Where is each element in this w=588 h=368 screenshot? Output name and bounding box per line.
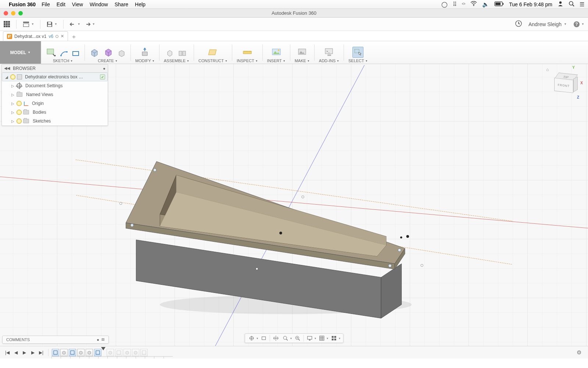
timeline-start-button[interactable]: |◀ bbox=[4, 349, 11, 356]
file-menu-button[interactable]: ▼ bbox=[22, 21, 34, 28]
timeline-end-button[interactable]: ▶| bbox=[37, 349, 45, 356]
timeline-feature-suppressed[interactable] bbox=[107, 349, 114, 356]
fit-button[interactable] bbox=[293, 334, 302, 342]
help-menu-button[interactable]: ?▼ bbox=[573, 21, 584, 28]
pan-button[interactable] bbox=[272, 334, 280, 342]
expand-arrow-icon[interactable]: ▷ bbox=[11, 93, 15, 97]
timeline-feature-sketch[interactable] bbox=[94, 349, 101, 356]
timeline-feature-suppressed[interactable] bbox=[123, 349, 131, 356]
line-tool-button[interactable] bbox=[60, 49, 68, 58]
menu-share[interactable]: Share bbox=[115, 1, 128, 7]
timeline-feature-suppressed[interactable] bbox=[115, 349, 122, 356]
expand-arrow-icon[interactable]: ◢ bbox=[4, 75, 9, 79]
rectangle-tool-button[interactable] bbox=[71, 49, 80, 58]
ribbon-label-sketch[interactable]: SKETCH▼ bbox=[53, 59, 73, 64]
document-tab[interactable]: Dehydrat...ox v1 v6 ✕ bbox=[3, 31, 68, 41]
ribbon-label-assemble[interactable]: ASSEMBLE▼ bbox=[164, 59, 189, 64]
select-tool-button[interactable] bbox=[352, 47, 363, 58]
visibility-bulb-icon[interactable] bbox=[17, 118, 22, 124]
browser-root-row[interactable]: ◢ Dehydrator electronics box … ✓ bbox=[2, 72, 108, 81]
undo-button[interactable]: ▼ bbox=[69, 22, 80, 27]
insert-derive-button[interactable] bbox=[271, 47, 282, 58]
timeline-settings-button[interactable]: ⚙ bbox=[577, 349, 581, 356]
viewport-layout-button[interactable] bbox=[329, 334, 338, 342]
menu-help[interactable]: Help bbox=[135, 1, 146, 7]
browser-header[interactable]: ◀◀ BROWSER ● bbox=[2, 64, 108, 72]
timeline-feature-suppressed[interactable] bbox=[140, 349, 148, 356]
bluetooth-icon[interactable]: ⌔ bbox=[462, 1, 465, 7]
expand-arrow-icon[interactable]: ▷ bbox=[11, 102, 15, 106]
joint-button[interactable] bbox=[178, 49, 187, 58]
menu-file[interactable]: File bbox=[42, 1, 50, 7]
app-name[interactable]: Fusion 360 bbox=[9, 1, 36, 7]
ribbon-label-create[interactable]: CREATE▼ bbox=[98, 59, 118, 64]
ribbon-label-construct[interactable]: CONSTRUCT▼ bbox=[198, 59, 227, 64]
ribbon-label-select[interactable]: SELECT▼ bbox=[348, 59, 368, 64]
browser-row-sketches[interactable]: ▷ Sketches bbox=[2, 117, 108, 125]
orbit-button[interactable] bbox=[247, 334, 256, 342]
menu-edit[interactable]: Edit bbox=[57, 1, 65, 7]
viewcube[interactable]: ⌂ TOP FRONT Y X Z bbox=[550, 67, 581, 99]
home-view-icon[interactable]: ⌂ bbox=[546, 67, 549, 72]
revolve-button[interactable] bbox=[117, 49, 126, 58]
save-button[interactable]: ▼ bbox=[46, 21, 57, 28]
timeline-feature-sketch[interactable] bbox=[52, 349, 59, 356]
comments-settings-icon[interactable]: ▤ bbox=[101, 337, 105, 342]
menubar-clock[interactable]: Tue 6 Feb 9:48 pm bbox=[509, 1, 552, 7]
ribbon-label-make[interactable]: MAKE▼ bbox=[295, 59, 310, 64]
timeline-play-button[interactable]: ▶ bbox=[21, 349, 28, 356]
timeline-feature-extrude[interactable] bbox=[86, 349, 93, 356]
offset-plane-button[interactable] bbox=[207, 47, 218, 58]
redo-button[interactable]: ▼ bbox=[84, 22, 95, 27]
box-button[interactable] bbox=[103, 47, 114, 58]
menu-view[interactable]: View bbox=[72, 1, 83, 7]
viewcube-right-face[interactable] bbox=[573, 77, 578, 92]
comments-expand-icon[interactable]: ● bbox=[97, 337, 99, 342]
press-pull-button[interactable] bbox=[139, 47, 150, 58]
extrude-button[interactable] bbox=[89, 47, 100, 58]
display-settings-button[interactable] bbox=[305, 334, 314, 342]
timeline-feature-sketch[interactable] bbox=[69, 349, 76, 356]
timeline-feature-extrude[interactable] bbox=[77, 349, 85, 356]
timeline-feature-extrude[interactable] bbox=[60, 349, 68, 356]
data-panel-button[interactable] bbox=[4, 21, 10, 28]
look-at-button[interactable] bbox=[259, 334, 268, 342]
menu-window[interactable]: Window bbox=[90, 1, 108, 7]
new-component-button[interactable] bbox=[166, 49, 175, 58]
visibility-bulb-icon[interactable] bbox=[10, 74, 15, 79]
close-window-button[interactable] bbox=[4, 11, 8, 15]
new-tab-button[interactable]: ＋ bbox=[71, 33, 77, 41]
browser-row-origin[interactable]: ▷ Origin bbox=[2, 99, 108, 108]
wifi-icon[interactable] bbox=[470, 1, 477, 7]
visibility-bulb-icon[interactable] bbox=[17, 110, 22, 115]
ribbon-label-insert[interactable]: INSERT▼ bbox=[267, 59, 286, 64]
expand-arrow-icon[interactable]: ▷ bbox=[11, 119, 15, 123]
expand-arrow-icon[interactable]: ▷ bbox=[11, 110, 15, 114]
spotlight-icon[interactable] bbox=[569, 1, 574, 8]
viewport[interactable]: ◀◀ BROWSER ● ◢ Dehydrator electronics bo… bbox=[0, 64, 588, 346]
timeline-marker[interactable] bbox=[101, 347, 105, 350]
menu-list-icon[interactable]: ☰ bbox=[580, 1, 584, 8]
browser-pin-button[interactable]: ● bbox=[103, 66, 105, 71]
status-circle-icon[interactable]: ◯ bbox=[441, 1, 448, 8]
grid-settings-button[interactable] bbox=[317, 334, 326, 342]
measure-button[interactable] bbox=[242, 47, 253, 58]
timeline-step-fwd-button[interactable]: ▶ bbox=[29, 349, 36, 356]
ribbon-label-addins[interactable]: ADD-INS▼ bbox=[319, 59, 339, 64]
expand-arrow-icon[interactable]: ▷ bbox=[11, 84, 15, 88]
fullscreen-window-button[interactable] bbox=[18, 11, 23, 15]
browser-row-bodies[interactable]: ▷ Bodies bbox=[2, 108, 108, 117]
close-tab-button[interactable]: ✕ bbox=[61, 34, 64, 39]
volume-icon[interactable]: 🔈 bbox=[482, 1, 489, 8]
browser-row-docsettings[interactable]: ▷ Document Settings bbox=[2, 81, 108, 90]
user-menu[interactable]: Andrew Sleigh▼ bbox=[528, 21, 567, 27]
ribbon-label-modify[interactable]: MODIFY▼ bbox=[135, 59, 155, 64]
job-status-icon[interactable] bbox=[515, 20, 522, 28]
battery-icon[interactable] bbox=[494, 1, 504, 7]
timeline-feature-suppressed[interactable] bbox=[132, 349, 139, 356]
user-icon[interactable] bbox=[557, 1, 563, 8]
scripts-button[interactable]: >_ bbox=[323, 47, 334, 58]
comments-panel[interactable]: COMMENTS ●▤ bbox=[2, 336, 109, 344]
dropbox-icon[interactable]: ⠿ bbox=[453, 1, 457, 8]
viewcube-front-face[interactable]: FRONT bbox=[554, 78, 573, 93]
